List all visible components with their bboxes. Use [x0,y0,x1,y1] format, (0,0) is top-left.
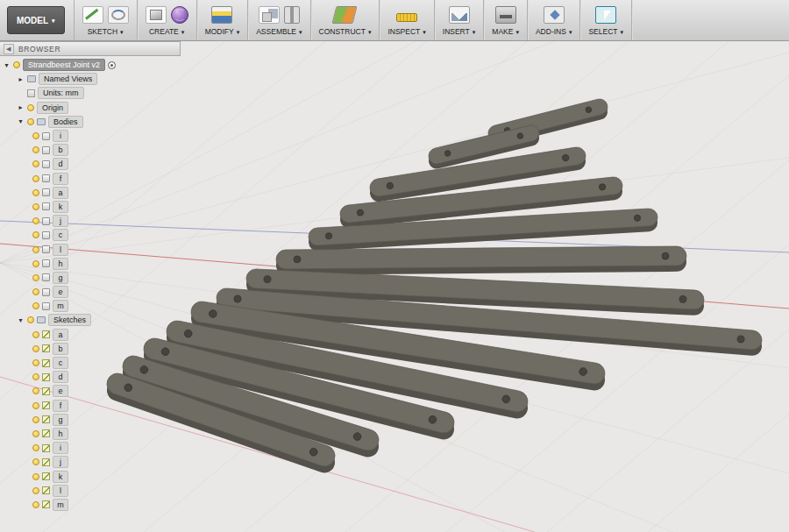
toolbar-group-select[interactable]: SELECT▾ [580,0,632,40]
tree-row-sketch-k[interactable]: k [0,469,181,483]
tree-row-document-root[interactable]: ▾ Strandbeest Joint v2 [0,58,181,72]
chevron-collapsed-icon[interactable]: ▸ [17,103,25,111]
chevron-expanded-icon[interactable]: ▾ [17,316,25,324]
visibility-bulb-icon[interactable] [32,260,39,267]
tree-row-sketch-c[interactable]: c [0,356,181,370]
body-name[interactable]: l [53,244,68,256]
tree-row-body-b[interactable]: b [0,143,181,157]
sketch-name[interactable]: e [53,385,68,397]
tree-row-sketch-d[interactable]: d [0,370,181,384]
tree-row-sketch-g[interactable]: g [0,413,181,427]
sketch-name[interactable]: f [53,400,68,412]
body-name[interactable]: b [53,144,68,156]
visibility-bulb-icon[interactable] [32,217,39,224]
visibility-bulb-icon[interactable] [13,61,20,68]
joint-icon[interactable] [284,6,300,24]
visibility-bulb-icon[interactable] [32,473,39,480]
visibility-bulb-icon[interactable] [32,402,39,409]
visibility-bulb-icon[interactable] [32,373,39,380]
toolbar-group-make[interactable]: MAKE▾ [484,0,528,40]
collapse-panel-icon[interactable]: ◀ [4,44,14,54]
toolbar-group-inspect[interactable]: INSPECT▾ [380,0,434,40]
sketch-name[interactable]: j [53,456,68,468]
addins-icon[interactable] [544,6,565,24]
workspace-switcher[interactable]: MODEL ▾ [7,6,65,34]
body-name[interactable]: d [53,158,68,170]
visibility-bulb-icon[interactable] [32,331,39,338]
visibility-bulb-icon[interactable] [32,160,39,167]
visibility-bulb-icon[interactable] [32,416,39,423]
tree-row-body-j[interactable]: j [0,214,181,228]
visibility-bulb-icon[interactable] [32,175,39,182]
visibility-bulb-icon[interactable] [32,487,39,494]
tree-row-body-c[interactable]: c [0,228,181,242]
body-name[interactable]: c [53,229,68,241]
construct-plane-icon[interactable] [332,6,358,24]
chevron-expanded-icon[interactable]: ▾ [3,61,11,69]
visibility-bulb-icon[interactable] [32,189,39,196]
visibility-bulb-icon[interactable] [32,458,39,465]
visibility-bulb-icon[interactable] [32,288,39,295]
chevron-expanded-icon[interactable]: ▾ [17,117,25,125]
sketch-name[interactable]: i [53,442,68,454]
toolbar-group-create[interactable]: CREATE▾ [138,0,197,40]
create-box-icon[interactable] [146,6,167,24]
visibility-bulb-icon[interactable] [27,316,34,323]
origin-label[interactable]: Origin [37,102,68,114]
sketch-name[interactable]: g [53,414,68,426]
toolbar-group-construct[interactable]: CONSTRUCT▾ [311,0,380,40]
visibility-bulb-icon[interactable] [27,104,34,111]
visibility-bulb-icon[interactable] [27,118,34,125]
body-name[interactable]: g [53,272,68,284]
body-bar-k[interactable] [276,246,686,275]
visibility-bulb-icon[interactable] [32,302,39,309]
tree-row-sketches[interactable]: ▾ Sketches [0,313,181,327]
insert-image-icon[interactable] [449,6,470,24]
visibility-bulb-icon[interactable] [32,231,39,238]
sketch-name[interactable]: m [53,499,68,511]
tree-row-body-a[interactable]: a [0,186,181,200]
visibility-bulb-icon[interactable] [32,274,39,281]
tree-row-body-g[interactable]: g [0,271,181,285]
bodies-label[interactable]: Bodies [48,116,83,128]
tree-row-units[interactable]: Units: mm [0,86,181,100]
tree-row-bodies[interactable]: ▾ Bodies [0,115,181,129]
tree-row-sketch-e[interactable]: e [0,384,181,398]
body-name[interactable]: e [53,286,68,298]
visibility-bulb-icon[interactable] [32,359,39,366]
tree-row-body-h[interactable]: h [0,257,181,271]
tree-row-named-views[interactable]: ▸ Named Views [0,72,181,86]
active-document-radio-icon[interactable] [108,61,116,69]
tree-row-body-e[interactable]: e [0,285,181,299]
sketch-name[interactable]: b [53,343,68,355]
toolbar-group-modify[interactable]: MODIFY▾ [197,0,249,40]
press-pull-icon[interactable] [211,6,232,24]
body-name[interactable]: a [53,187,68,199]
visibility-bulb-icon[interactable] [32,132,39,139]
toolbar-group-addins[interactable]: ADD-INS▾ [528,0,580,40]
sketch-name[interactable]: d [53,371,68,383]
tree-row-sketch-a[interactable]: a [0,328,181,342]
tree-row-sketch-b[interactable]: b [0,342,181,356]
sketch-name[interactable]: k [53,471,68,483]
visibility-bulb-icon[interactable] [32,146,39,153]
body-name[interactable]: k [53,201,68,213]
chevron-collapsed-icon[interactable]: ▸ [17,75,25,83]
select-icon[interactable] [595,6,616,24]
toolbar-group-assemble[interactable]: ASSEMBLE▾ [248,0,310,40]
visibility-bulb-icon[interactable] [32,345,39,352]
tree-row-sketch-l[interactable]: l [0,484,181,498]
tree-row-sketch-f[interactable]: f [0,399,181,413]
tree-row-body-l[interactable]: l [0,242,181,256]
measure-icon[interactable] [396,13,417,22]
tree-row-body-i[interactable]: i [0,129,181,143]
sketch-name[interactable]: h [53,428,68,440]
visibility-bulb-icon[interactable] [32,501,39,508]
visibility-bulb-icon[interactable] [32,430,39,437]
toolbar-group-insert[interactable]: INSERT▾ [435,0,485,40]
project-loop-icon[interactable] [108,6,129,24]
toolbar-group-sketch[interactable]: SKETCH▾ [74,0,138,40]
body-name[interactable]: h [53,258,68,270]
sketch-pencil-icon[interactable] [82,6,103,24]
sketches-label[interactable]: Sketches [48,314,91,326]
